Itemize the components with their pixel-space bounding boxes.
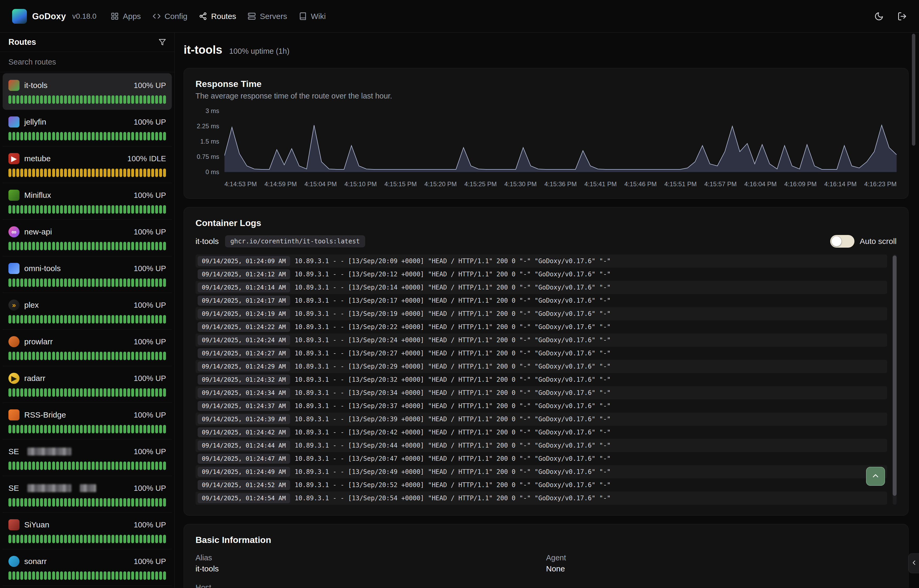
uptime-bar: [100, 425, 102, 433]
uptime-bar: [163, 352, 166, 360]
uptime-bar: [32, 498, 35, 507]
uptime-bar: [111, 388, 114, 397]
uptime-bar: [151, 242, 154, 250]
response-time-subtitle: The average response time of the route o…: [195, 92, 896, 100]
theme-toggle-moon-icon[interactable]: [874, 11, 884, 21]
uptime-bar: [40, 352, 43, 360]
uptime-bar: [147, 95, 150, 104]
uptime-bar: [72, 462, 75, 470]
uptime-bar: [88, 278, 90, 287]
nav-item-apps[interactable]: Apps: [111, 12, 141, 21]
omni-tools-icon: [8, 263, 19, 274]
uptime-bar: [40, 95, 43, 104]
route-item-prowlarr[interactable]: prowlarr100% UP: [3, 330, 172, 366]
uptime-bar: [95, 205, 99, 214]
uptime-bar: [44, 242, 47, 250]
uptime-bar: [123, 169, 126, 177]
uptime-bar: [143, 132, 146, 141]
uptime-bar: [155, 278, 158, 287]
brand-name: GoDoxy: [32, 11, 66, 21]
uptime-bar: [32, 535, 35, 543]
uptime-bar: [80, 498, 83, 507]
route-item-it-tools[interactable]: it-tools100% UP: [3, 73, 172, 110]
route-row: RSS-Bridge100% UP: [8, 408, 166, 422]
uptime-bar: [36, 572, 39, 580]
uptime-bar: [92, 388, 95, 397]
route-item-jellyfin[interactable]: jellyfin100% UP: [3, 110, 172, 147]
uptime-bar: [127, 572, 130, 580]
autoscroll-toggle[interactable]: [830, 235, 854, 248]
log-scrollbar-thumb[interactable]: [893, 255, 896, 496]
uptime-bar: [103, 425, 107, 433]
uptime-bar: [28, 205, 31, 214]
route-name: radarr: [24, 374, 45, 383]
uptime-bar: [36, 169, 39, 177]
nav-item-servers[interactable]: Servers: [248, 12, 287, 21]
route-icon: [199, 12, 207, 20]
uptime-bar: [40, 169, 43, 177]
uptime-bar: [8, 315, 11, 323]
uptime-bar: [111, 242, 114, 250]
route-item-se[interactable]: SE100% UP: [3, 439, 172, 476]
uptime-bar: [131, 572, 134, 580]
uptime-bar: [139, 95, 142, 104]
uptime-bar: [115, 315, 118, 323]
uptime-bar: [127, 425, 130, 433]
route-item-plex[interactable]: »plex100% UP: [3, 293, 172, 330]
page-header: it-tools 100% uptime (1h): [184, 43, 908, 57]
uptime-bar: [60, 352, 63, 360]
response-time-card: Response Time The average response time …: [184, 68, 908, 199]
app-version: v0.18.0: [72, 12, 97, 21]
route-item-siyuan[interactable]: SiYuan100% UP: [3, 513, 172, 549]
uptime-bar: [92, 498, 95, 507]
route-item-miniflux[interactable]: Miniflux100% UP: [3, 183, 172, 220]
route-item-sonarr[interactable]: sonarr100% UP: [3, 549, 172, 586]
uptime-bar: [40, 132, 43, 141]
route-name: RSS-Bridge: [24, 410, 66, 419]
prowlarr-icon: [8, 336, 19, 347]
route-name: SE: [8, 447, 19, 456]
uptime-bar: [92, 132, 95, 141]
search-routes-input[interactable]: [0, 52, 174, 72]
uptime-bar: [103, 388, 107, 397]
response-time-title: Response Time: [195, 79, 896, 89]
log-message: 10.89.3.1 - - [13/Sep/20:34 +0000] "HEAD…: [295, 389, 611, 396]
uptime-bar: [52, 498, 55, 507]
log-scrollbar[interactable]: [893, 255, 896, 505]
page-scrollbar-thumb[interactable]: [912, 34, 915, 146]
uptime-bar: [88, 572, 90, 580]
nav-item-routes[interactable]: Routes: [199, 12, 236, 21]
route-item-omni-tools[interactable]: omni-tools100% UP: [3, 256, 172, 293]
uptime-bar: [72, 132, 75, 141]
route-status-badge: 100% UP: [134, 520, 166, 529]
route-item-radarr[interactable]: ▶radarr100% UP: [3, 366, 172, 403]
sidebar-collapse-tab[interactable]: [908, 553, 919, 573]
route-item-new-api[interactable]: ∞new-api100% UP: [3, 220, 172, 256]
route-item-rss-bridge[interactable]: RSS-Bridge100% UP: [3, 403, 172, 439]
uptime-bar: [151, 425, 154, 433]
logout-icon[interactable]: [897, 11, 907, 21]
uptime-bar: [68, 572, 71, 580]
chart-line: [225, 125, 896, 170]
info-field-value: None: [546, 564, 897, 573]
scroll-to-top-button[interactable]: [866, 467, 885, 486]
uptime-bar: [48, 169, 51, 177]
uptime-bar: [52, 425, 55, 433]
uptime-bar: [8, 498, 11, 507]
uptime-bar: [163, 315, 166, 323]
filter-icon[interactable]: [158, 39, 166, 46]
uptime-bar: [8, 169, 11, 177]
uptime-bar: [111, 169, 114, 177]
nav-item-config[interactable]: Config: [153, 12, 187, 21]
uptime-bar: [108, 352, 110, 360]
nav-item-wiki[interactable]: Wiki: [299, 12, 326, 21]
uptime-bar: [95, 425, 99, 433]
uptime-bar: [84, 388, 87, 397]
uptime-bar: [143, 315, 146, 323]
x-tick-label: 4:16:09 PM: [784, 181, 817, 188]
log-row: 09/14/2025, 01:24:54 AM10.89.3.1 - - [13…: [195, 491, 887, 505]
logs-header: it-tools ghcr.io/corentinth/it-tools:lat…: [195, 235, 896, 248]
route-item-metube[interactable]: ▶metube100% IDLE: [3, 147, 172, 183]
route-item-se[interactable]: SE100% UP: [3, 476, 172, 513]
uptime-bar: [24, 132, 27, 141]
